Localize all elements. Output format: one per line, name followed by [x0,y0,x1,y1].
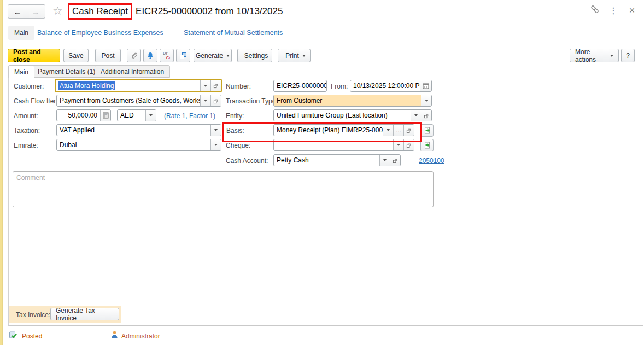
calendar-icon [423,83,429,89]
cheque-field[interactable] [273,139,414,151]
basis-open-button[interactable] [403,125,414,136]
entity-field[interactable]: United Furniture Group (East location) [273,109,432,121]
dr-cr-postings-button[interactable]: Dr Cr [160,49,174,62]
basis-open-document-button[interactable] [420,124,434,137]
cheque-label: Cheque: [226,142,250,149]
status-badge: Posted [22,332,42,340]
close-icon[interactable]: × [627,5,637,16]
forward-button[interactable]: → [26,4,45,19]
gl-account-link[interactable]: 2050100 [419,157,444,165]
cash-account-dropdown-button[interactable] [379,155,390,166]
cash-flow-item-input[interactable]: Payment from Customers (Sale of Goods, W… [57,95,200,106]
related-documents-button[interactable] [176,49,190,62]
tax-invoice-label: Tax Invoice: [16,311,50,319]
number-label: Number: [226,83,251,90]
transaction-type-input[interactable]: From Customer [274,95,421,106]
calculator-icon [103,112,109,119]
currency-input[interactable]: AED [118,110,145,121]
calendar-button[interactable] [420,80,431,91]
entity-open-button[interactable] [421,110,431,121]
cash-flow-item-open-button[interactable] [210,95,221,106]
from-date-field[interactable]: 10/13/2025 12:00:00 PM [350,80,432,92]
bell-icon [147,52,154,60]
customer-open-button[interactable] [210,80,221,91]
reminder-button[interactable] [143,49,157,62]
nav-link-mutual-settlements[interactable]: Statement of Mutual Settlements [184,29,283,37]
tab-main[interactable]: Main [8,65,34,78]
help-button[interactable]: ? [621,49,635,62]
taxation-label: Taxation: [14,127,40,135]
chevron-down-icon [149,114,153,116]
amount-input[interactable]: 50,000.00 [57,110,100,121]
cheque-input[interactable] [274,139,393,150]
currency-field[interactable]: AED [117,109,156,121]
emirate-field[interactable]: Dubai [56,139,221,151]
taxation-input[interactable]: VAT Applied [57,125,210,136]
save-button[interactable]: Save [63,49,89,62]
taxation-field[interactable]: VAT Applied [56,124,221,136]
cheque-open-document-button[interactable] [420,139,434,151]
generate-tax-invoice-button[interactable]: Generate Tax Invoice [50,308,119,320]
calculator-button[interactable] [100,110,110,121]
tab-payment-details[interactable]: Payment Details (1) [32,65,101,78]
cash-flow-item-field[interactable]: Payment from Customers (Sale of Goods, W… [56,95,221,107]
cash-account-input[interactable]: Petty Cash [274,155,379,166]
customer-input[interactable]: Atua Mora Holding [56,80,200,91]
comment-input[interactable] [13,171,434,207]
print-button[interactable]: Print [278,49,311,62]
nav-link-balance-expenses[interactable]: Balance of Employee Business Expenses [37,29,163,37]
chevron-down-icon [204,85,207,87]
chevron-down-icon [414,114,418,116]
window-menu-icon[interactable]: ⋮ [608,5,619,16]
tab-additional-information[interactable]: Additional Information [95,65,170,78]
more-actions-button[interactable]: More actions [570,49,619,62]
cheque-dropdown-button[interactable] [393,139,403,150]
rate-factor-link[interactable]: (Rate 1, Factor 1) [164,112,215,120]
dr-cr-icon: Dr Cr [162,51,171,60]
emirate-dropdown-button[interactable] [210,139,221,150]
title-doc-number: EICR25-00000002 from 10/13/2025 [136,6,283,17]
settings-button[interactable]: Settings [237,49,272,62]
basis-field[interactable]: Money Receipt (Plan) EIMRP25-0000001 d .… [273,124,414,136]
customer-dropdown-button[interactable] [200,80,210,91]
current-user-label: Administrator [121,332,160,340]
number-field[interactable]: EICR25-00000002 [273,80,327,92]
cash-flow-item-label: Cash Flow Item: [14,97,61,105]
chevron-down-icon [610,55,613,57]
page-title: Cash Receipt EICR25-00000002 from 10/13/… [68,2,283,21]
taxation-dropdown-button[interactable] [210,125,221,136]
emirate-input[interactable]: Dubai [57,139,210,150]
favorite-star-icon[interactable]: ☆ [52,4,63,18]
transaction-type-dropdown-button[interactable] [421,95,431,106]
basis-input[interactable]: Money Receipt (Plan) EIMRP25-0000001 d [274,125,383,136]
get-link-icon[interactable] [589,4,600,16]
cash-receipt-window: ← → ☆ Cash Receipt EICR25-00000002 from … [0,0,644,345]
basis-more-button[interactable]: ... [393,125,403,136]
transaction-type-label: Transaction Type: [226,97,278,105]
emirate-label: Emirate: [14,142,38,149]
forward-arrow-icon: → [32,7,40,16]
generate-button[interactable]: Generate [194,49,232,62]
customer-field[interactable]: Atua Mora Holding [55,79,222,92]
cash-account-field[interactable]: Petty Cash [273,154,401,166]
paperclip-icon [130,51,138,60]
from-date-input[interactable]: 10/13/2025 12:00:00 PM [350,80,420,91]
nav-item-main[interactable]: Main [8,26,34,40]
transaction-type-field[interactable]: From Customer [273,95,432,107]
attachments-button[interactable] [127,49,141,62]
cheque-open-button[interactable] [403,139,414,150]
cash-account-open-button[interactable] [390,155,400,166]
currency-dropdown-button[interactable] [145,110,156,121]
amount-field[interactable]: 50,000.00 [56,109,111,121]
entity-dropdown-button[interactable] [411,110,421,121]
post-button[interactable]: Post [95,49,121,62]
post-and-close-button[interactable]: Post and close [8,49,60,62]
customer-selected-text: Atua Mora Holding [58,81,115,90]
back-button[interactable]: ← [8,4,27,19]
cash-flow-item-dropdown-button[interactable] [200,95,210,106]
amount-label: Amount: [14,112,38,120]
back-arrow-icon: ← [14,7,22,16]
entity-input[interactable]: United Furniture Group (East location) [274,110,411,121]
basis-dropdown-button[interactable] [383,125,393,136]
chevron-down-icon [226,55,230,57]
